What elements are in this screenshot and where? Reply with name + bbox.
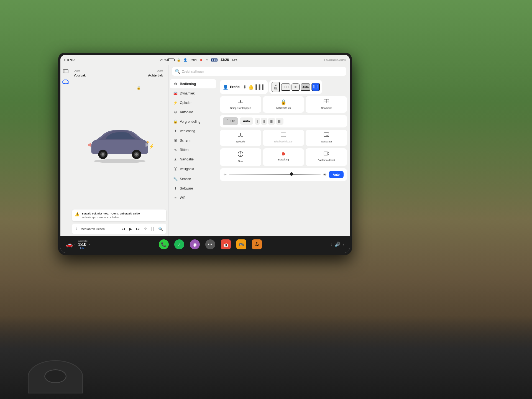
search-media-icon[interactable]: 🔍: [158, 227, 163, 231]
profile-name: Profiel: [230, 85, 240, 89]
battery-fill: [168, 59, 169, 61]
time-display: 13:26: [220, 58, 229, 62]
car-home-icon[interactable]: 🚗: [66, 241, 73, 248]
alert-main-text: Betaald opl. niet mog. - Contr. onbetaal…: [82, 212, 140, 215]
wiper-speed-2[interactable]: ||: [261, 118, 267, 125]
wiper-speed-3[interactable]: |||: [268, 118, 275, 125]
main-content: Open Voorbak Open Achterbak: [60, 65, 350, 236]
volume-arrow-right[interactable]: ›: [343, 242, 344, 247]
media-player[interactable]: ♪ Mediabron kiezen ⏮ ▶ ⏭ ☆ ||| 🔍: [72, 224, 166, 234]
wiper-speed-4[interactable]: ||||: [276, 118, 283, 125]
wiper-section: ⌒ Uit Auto | || ||| ||||: [220, 115, 347, 127]
dashboard-area: [0, 316, 532, 399]
menu-item-vergrendeling[interactable]: 🔒 Vergrendeling: [170, 117, 216, 126]
menu-item-wifi[interactable]: ≈ Wifi: [170, 193, 216, 202]
menu-item-scherm[interactable]: ▣ Scherm: [170, 136, 216, 145]
action-btn-stuur[interactable]: Stuur: [220, 148, 261, 166]
carwash-label: Wasstraat: [321, 140, 332, 144]
skip-forward-icon[interactable]: ⏭: [136, 227, 140, 231]
app-phone[interactable]: 📞: [159, 239, 169, 249]
battery-indicator: 26 %: [160, 58, 174, 62]
menu-item-service[interactable]: 🔧 Service: [170, 174, 216, 183]
mode-eco-btn[interactable]: ECO: [281, 83, 290, 91]
brightness-low-icon: ☀: [223, 172, 227, 177]
status-bar: PRND 26 % 🔒 👤 Profiel ⏺ ⚠: [60, 55, 350, 65]
menu-item-bediening[interactable]: ⊙ Bediening: [170, 79, 216, 88]
child-lock-label: Kinderslot uit: [276, 106, 291, 110]
action-btn-dashcam[interactable]: Dashboard kast: [306, 148, 347, 166]
profile-button[interactable]: 👤 Profiel: [183, 58, 197, 62]
profile-section[interactable]: 👤 Profiel ⬇ 🔔 ▌▌▌: [220, 80, 268, 94]
brightness-high-icon: ☀: [323, 172, 327, 177]
search-input-wrapper[interactable]: 🔍 Zoekinstellingen: [172, 67, 346, 76]
search-input[interactable]: Zoekinstellingen: [182, 70, 204, 73]
temp-arrow-left[interactable]: ‹: [75, 242, 76, 246]
equalizer-icon[interactable]: |||: [151, 227, 154, 231]
action-grid-2: Spiegels Niet beschikbaar: [220, 130, 347, 146]
temp-mode-label: Handmatig: [77, 240, 88, 242]
wiper-uit-btn[interactable]: ⌒ Uit: [223, 117, 238, 125]
wiper-auto-btn[interactable]: Auto: [240, 117, 253, 125]
profile-bell-icon: 🔔: [248, 85, 254, 90]
skip-back-icon[interactable]: ⏮: [121, 227, 125, 231]
navigatie-icon: ▲: [173, 157, 178, 161]
alert-text: Betaald opl. niet mog. - Contr. onbetaal…: [82, 212, 140, 219]
media-controls: ⏮ ▶ ⏭ ☆ ||| 🔍: [121, 227, 163, 231]
mode-iid-btn[interactable]: IID: [291, 83, 300, 91]
action-btn-wasstraat[interactable]: Wasstraat: [306, 130, 347, 146]
veiligheid-icon: ⓘ: [173, 167, 178, 172]
wiper-speed-1[interactable]: |: [255, 118, 260, 125]
action-btn-kinderslot[interactable]: 🔒 Kinderslot uit: [263, 96, 304, 113]
app-more[interactable]: •••: [205, 239, 215, 249]
media-source-label: Mediabron kiezen: [81, 227, 119, 231]
action-btn-raamslot[interactable]: Raamslot: [306, 96, 347, 113]
mode-display-btn[interactable]: [311, 83, 320, 91]
settings-panel: 🔍 Zoekinstellingen ⊙ Bediening: [168, 65, 350, 236]
games-icon: 🎮: [239, 242, 244, 247]
temp-arrow-right[interactable]: ›: [89, 242, 90, 246]
menu-item-autopilot[interactable]: ⊙ Autopilot: [170, 108, 216, 117]
wiper-speed-buttons: | || ||| ||||: [255, 118, 344, 125]
menu-label-dynamiek: Dynamiek: [180, 91, 195, 95]
charging-bolt: ⚡: [149, 144, 155, 149]
menu-item-opladen[interactable]: ⚡ Opladen: [170, 98, 216, 107]
volume-icon[interactable]: 🔊: [334, 241, 341, 247]
svg-rect-14: [313, 85, 318, 88]
bottom-center-apps: 📞 ♪ ◉ ••• 📅 🎮: [159, 239, 262, 249]
action-grid-3: Stuur ⏺ Bewaking: [220, 148, 347, 166]
brightness-slider[interactable]: [229, 174, 321, 175]
brightness-auto-btn[interactable]: Auto: [329, 171, 344, 178]
menu-item-navigatie[interactable]: ▲ Navigatie: [170, 155, 216, 164]
play-icon[interactable]: ▶: [129, 227, 132, 231]
settings-body: ⊙ Bediening 🚘 Dynamiek ⚡ Opladen: [169, 78, 350, 236]
app-camera[interactable]: ◉: [190, 239, 200, 249]
lock-icon: 🔒: [177, 58, 181, 62]
volume-arrow-left[interactable]: ‹: [331, 242, 332, 247]
app-spotify[interactable]: ♪: [174, 239, 184, 249]
autopilot-icon: ⊙: [173, 110, 178, 114]
app-games[interactable]: 🎮: [236, 239, 246, 249]
svg-rect-31: [324, 152, 328, 155]
verlichting-icon: ✦: [173, 129, 178, 133]
service-icon: 🔧: [173, 177, 178, 181]
menu-item-verlichting[interactable]: ✦ Verlichting: [170, 126, 216, 135]
svg-point-12: [135, 153, 138, 156]
app-joystick[interactable]: 🕹: [252, 239, 262, 249]
mode-auto-btn[interactable]: Auto: [301, 83, 310, 91]
app-calendar[interactable]: 📅: [221, 239, 231, 249]
menu-item-dynamiek[interactable]: 🚘 Dynamiek: [170, 89, 216, 98]
airbag-label: PASSENGER AIRBAG: [326, 59, 346, 61]
mirror-label: Spiegels: [236, 140, 245, 144]
vergrendeling-icon: 🔒: [173, 119, 178, 124]
menu-item-veiligheid[interactable]: ⓘ Veiligheid: [170, 164, 216, 174]
action-btn-bewaking[interactable]: ⏺ Bewaking: [263, 148, 304, 166]
action-btn-niet-beschikbaar[interactable]: Niet beschikbaar: [263, 130, 304, 146]
bewaking-label: Bewaking: [278, 158, 289, 162]
status-center: 26 % 🔒 👤 Profiel ⏺ ⚠ SOS 13:26 13°C: [160, 58, 238, 62]
menu-item-ritten[interactable]: ∿ Ritten: [170, 145, 216, 154]
mode-uit-btn[interactable]: ☀ Uit: [272, 82, 280, 92]
favorite-icon[interactable]: ☆: [144, 227, 147, 231]
action-btn-spiegels[interactable]: Spiegels: [220, 130, 261, 146]
menu-item-software[interactable]: ⬇ Software: [170, 184, 216, 193]
action-btn-spiegels-inklappen[interactable]: Spiegels inklappen: [220, 96, 261, 113]
